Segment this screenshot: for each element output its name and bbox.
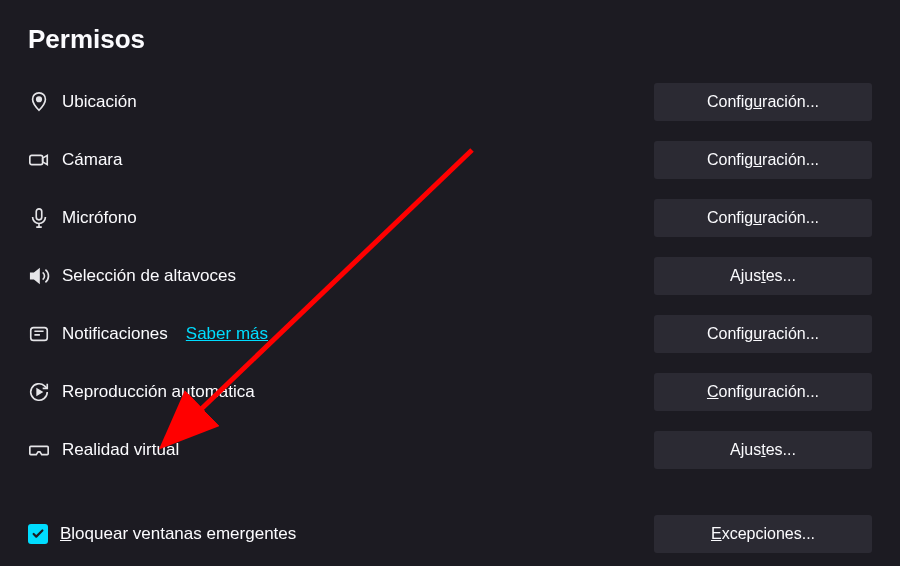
permission-row-microphone: Micrófono Configuración... [28, 189, 872, 247]
permission-row-vr: Realidad virtual Ajustes... [28, 421, 872, 479]
notification-icon [28, 323, 50, 345]
settings-button-vr[interactable]: Ajustes... [654, 431, 872, 469]
permission-row-location: Ubicación Configuración... [28, 73, 872, 131]
config-button-camera[interactable]: Configuración... [654, 141, 872, 179]
config-button-microphone[interactable]: Configuración... [654, 199, 872, 237]
config-button-notifications[interactable]: Configuración... [654, 315, 872, 353]
permission-row-camera: Cámara Configuración... [28, 131, 872, 189]
permission-row-autoplay: Reproducción automática Configuración... [28, 363, 872, 421]
row-label-speakers: Selección de altavoces [62, 266, 236, 286]
autoplay-icon [28, 381, 50, 403]
permission-row-speakers: Selección de altavoces Ajustes... [28, 247, 872, 305]
section-title: Permisos [28, 24, 872, 55]
checkbox-row-block-popups: Bloquear ventanas emergentes Excepciones… [28, 505, 872, 563]
row-label-notifications: Notificaciones [62, 324, 168, 344]
vr-icon [28, 439, 50, 461]
permission-row-notifications: Notificaciones Saber más Configuración..… [28, 305, 872, 363]
svg-rect-2 [36, 209, 42, 220]
svg-point-0 [37, 97, 42, 102]
row-label-microphone: Micrófono [62, 208, 137, 228]
learn-more-link[interactable]: Saber más [186, 324, 268, 344]
checkbox-label-block-popups: Bloquear ventanas emergentes [60, 524, 296, 544]
svg-rect-1 [30, 155, 43, 164]
row-label-camera: Cámara [62, 150, 122, 170]
row-label-autoplay: Reproducción automática [62, 382, 255, 402]
settings-button-speakers[interactable]: Ajustes... [654, 257, 872, 295]
row-label-vr: Realidad virtual [62, 440, 179, 460]
speaker-icon [28, 265, 50, 287]
config-button-autoplay[interactable]: Configuración... [654, 373, 872, 411]
row-label-location: Ubicación [62, 92, 137, 112]
exceptions-button-popups[interactable]: Excepciones... [654, 515, 872, 553]
checkbox-block-popups[interactable] [28, 524, 48, 544]
microphone-icon [28, 207, 50, 229]
camera-icon [28, 149, 50, 171]
config-button-location[interactable]: Configuración... [654, 83, 872, 121]
svg-rect-3 [31, 328, 48, 341]
location-icon [28, 91, 50, 113]
